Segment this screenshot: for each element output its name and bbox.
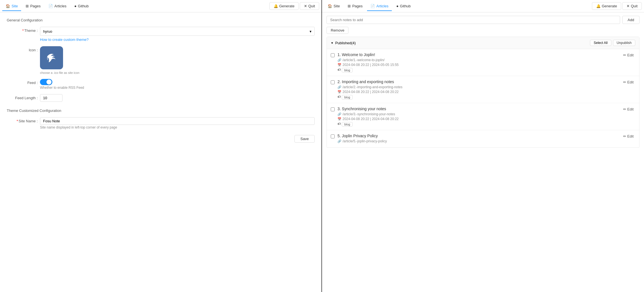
right-nav-site[interactable]: 🏠 Site [324,2,343,11]
article-2-tag-blog: blog [342,95,353,99]
site-name-row: * Site Name : Site name displayed in lef… [7,117,315,129]
article-1-tag-blog: blog [342,68,353,72]
right-generate-button[interactable]: 🔔 Generate [592,2,621,10]
theme-label: * Theme : [7,27,38,33]
theme-control: hyruo ▾ How to create custom theme? [40,27,315,42]
right-nav-articles[interactable]: 📄 Articles [367,2,392,11]
calendar-icon: 📅 [337,63,341,67]
feed-length-input[interactable] [40,94,62,102]
site-icon-preview[interactable] [40,46,63,69]
search-row: Add [327,16,639,24]
site-name-control: Site name displayed in left-top corner o… [40,117,315,129]
custom-theme-link[interactable]: How to create custom theme? [40,37,89,42]
save-button[interactable]: Save [294,135,315,143]
edit-pencil-icon: ✏ [623,53,626,57]
article-3-url: 🔗 /article/3.-synchronising-your-notes [337,112,619,116]
search-input[interactable] [327,16,620,24]
article-1-tags: 🏷 blog [337,68,619,72]
tag-icon: 🏷 [337,95,341,99]
icon-control: choose a .ico file as site icon [40,46,315,74]
feed-length-row: Feed Length : [7,94,315,102]
remove-button[interactable]: Remove [327,27,348,34]
article-5-checkbox[interactable] [331,134,335,138]
article-5-url: 🔗 /article/5.-joplin-privacy-policy [337,139,619,143]
left-generate-button[interactable]: 🔔 Generate [269,2,299,10]
pages-icon: ⊞ [26,4,29,8]
right-pages-icon: ⊞ [348,4,351,8]
left-nav-articles[interactable]: 📄 Articles [45,2,70,11]
feed-row: Feed : Whether to enable RSS Feed [7,79,315,90]
article-3-tag-blog: blog [342,122,353,127]
right-content: Add Remove ▼ Published(4) Select All Unp… [322,12,644,292]
theme-custom-config-title: Theme Customized Configuration [7,109,315,113]
article-3-body: 3. Synchronising your notes 🔗 /article/3… [337,107,619,127]
right-nav-pages[interactable]: ⊞ Pages [344,2,366,11]
right-articles-icon: 📄 [370,4,375,8]
article-2-edit-button[interactable]: ✏ Edit [621,79,635,85]
quit-x-icon: ✕ [304,4,307,8]
article-1-edit-button[interactable]: ✏ Edit [621,52,635,58]
left-quit-button[interactable]: ✕ Quit [300,2,319,10]
article-1-date: 📅 2024-04-08 20:22 | 2024-05-05 15:55 [337,63,619,67]
feed-toggle[interactable] [40,79,52,85]
remove-row: Remove [327,27,639,37]
link-icon: 🔗 [337,85,341,89]
site-name-required: * [17,119,18,123]
site-name-input[interactable] [40,117,315,125]
article-item: 5. Joplin Privacy Policy 🔗 /article/5.-j… [327,130,639,147]
feed-hint: Whether to enable RSS Feed [40,86,315,90]
article-5-title: 5. Joplin Privacy Policy [337,134,619,138]
tag-icon: 🏷 [337,68,341,72]
feed-control: Whether to enable RSS Feed [40,79,315,90]
left-pane: 🏠 Site ⊞ Pages 📄 Articles ● Github 🔔 Gen… [0,0,322,292]
calendar-icon: 📅 [337,117,341,121]
article-item: 1. Welcome to Joplin! 🔗 /article/1.-welc… [327,49,639,76]
chevron-down-icon: ▾ [310,29,312,34]
article-5-body: 5. Joplin Privacy Policy 🔗 /article/5.-j… [337,134,619,144]
icon-hint: choose a .ico file as site icon [40,71,315,74]
edit-pencil-icon: ✏ [623,107,626,111]
left-nav: 🏠 Site ⊞ Pages 📄 Articles ● Github 🔔 Gen… [0,0,321,12]
article-3-checkbox[interactable] [331,107,335,111]
select-all-button[interactable]: Select All [590,40,611,46]
feed-length-control [40,94,315,102]
calendar-icon: 📅 [337,90,341,94]
article-1-title: 1. Welcome to Joplin! [337,52,619,57]
article-1-body: 1. Welcome to Joplin! 🔗 /article/1.-welc… [337,52,619,72]
article-item: 3. Synchronising your notes 🔗 /article/3… [327,103,639,130]
article-2-body: 2. Importing and exporting notes 🔗 /arti… [337,79,619,99]
icon-label: Icon : [7,46,38,52]
theme-required: * [22,28,24,33]
generate-icon: 🔔 [274,4,278,8]
right-github-icon: ● [396,4,399,8]
theme-select[interactable]: hyruo ▾ [40,27,315,36]
unpublish-button[interactable]: Unpublish [613,40,635,46]
article-3-edit-button[interactable]: ✏ Edit [621,107,635,112]
left-nav-site[interactable]: 🏠 Site [2,2,21,11]
site-name-hint: Site name displayed in left-top corner o… [40,125,315,129]
published-header-left[interactable]: ▼ Published(4) [331,41,356,45]
right-quit-button[interactable]: ✕ Quit [622,2,642,10]
home-icon: 🏠 [6,4,10,8]
chevron-down-icon: ▼ [331,41,334,45]
add-button[interactable]: Add [622,16,639,24]
article-2-checkbox[interactable] [331,80,335,84]
right-nav-github[interactable]: ● Github [393,2,414,11]
link-icon: 🔗 [337,58,341,62]
articles-section: ▼ Published(4) Select All Unpublish 1. W… [327,37,639,148]
article-item: 2. Importing and exporting notes 🔗 /arti… [327,76,639,103]
feed-length-label: Feed Length : [7,94,38,100]
article-3-date: 📅 2024-04-08 20:22 | 2024-04-08 20:22 [337,117,619,121]
edit-pencil-icon: ✏ [623,134,626,138]
left-nav-pages[interactable]: ⊞ Pages [22,2,44,11]
link-icon: 🔗 [337,140,341,143]
tag-icon: 🏷 [337,122,341,127]
save-row: Save [7,135,315,143]
theme-row: * Theme : hyruo ▾ How to create custom t… [7,27,315,42]
article-5-edit-button[interactable]: ✏ Edit [621,134,635,139]
right-generate-icon: 🔔 [596,4,601,8]
toggle-knob [46,79,52,85]
article-1-checkbox[interactable] [331,53,335,57]
left-nav-github[interactable]: ● Github [71,2,92,11]
github-icon: ● [74,4,77,8]
